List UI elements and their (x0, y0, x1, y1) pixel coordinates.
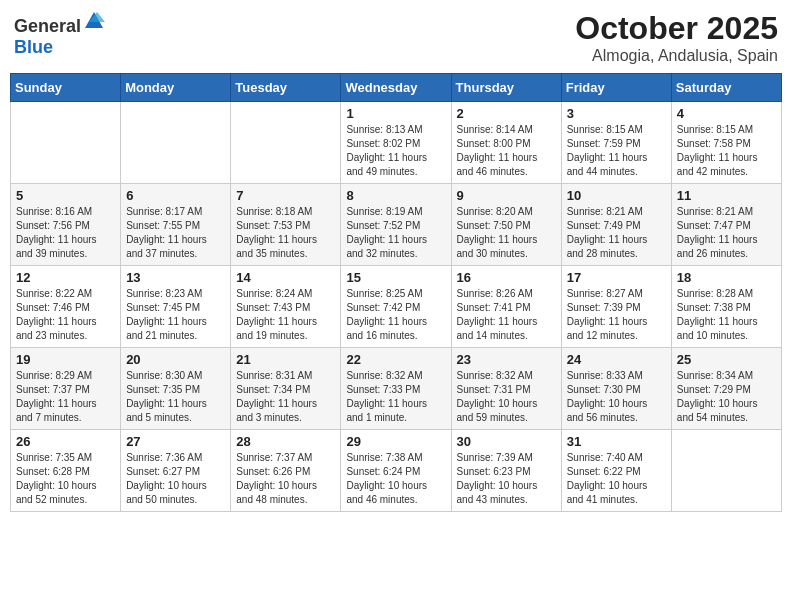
day-detail: Sunrise: 7:35 AMSunset: 6:28 PMDaylight:… (16, 451, 115, 507)
calendar-cell: 6Sunrise: 8:17 AMSunset: 7:55 PMDaylight… (121, 184, 231, 266)
calendar-week-row: 19Sunrise: 8:29 AMSunset: 7:37 PMDayligh… (11, 348, 782, 430)
day-detail: Sunrise: 8:21 AMSunset: 7:47 PMDaylight:… (677, 205, 776, 261)
calendar-week-row: 12Sunrise: 8:22 AMSunset: 7:46 PMDayligh… (11, 266, 782, 348)
calendar-cell: 17Sunrise: 8:27 AMSunset: 7:39 PMDayligh… (561, 266, 671, 348)
calendar-cell: 27Sunrise: 7:36 AMSunset: 6:27 PMDayligh… (121, 430, 231, 512)
day-number: 28 (236, 434, 335, 449)
day-detail: Sunrise: 8:32 AMSunset: 7:33 PMDaylight:… (346, 369, 445, 425)
day-detail: Sunrise: 8:33 AMSunset: 7:30 PMDaylight:… (567, 369, 666, 425)
calendar-cell: 24Sunrise: 8:33 AMSunset: 7:30 PMDayligh… (561, 348, 671, 430)
day-detail: Sunrise: 8:25 AMSunset: 7:42 PMDaylight:… (346, 287, 445, 343)
day-detail: Sunrise: 8:26 AMSunset: 7:41 PMDaylight:… (457, 287, 556, 343)
calendar-cell: 29Sunrise: 7:38 AMSunset: 6:24 PMDayligh… (341, 430, 451, 512)
calendar-cell (11, 102, 121, 184)
month-title: October 2025 (575, 10, 778, 47)
calendar-cell: 11Sunrise: 8:21 AMSunset: 7:47 PMDayligh… (671, 184, 781, 266)
calendar-cell: 1Sunrise: 8:13 AMSunset: 8:02 PMDaylight… (341, 102, 451, 184)
day-number: 20 (126, 352, 225, 367)
calendar-cell: 18Sunrise: 8:28 AMSunset: 7:38 PMDayligh… (671, 266, 781, 348)
day-number: 25 (677, 352, 776, 367)
day-of-week-header: Tuesday (231, 74, 341, 102)
day-detail: Sunrise: 7:38 AMSunset: 6:24 PMDaylight:… (346, 451, 445, 507)
logo-general: General (14, 16, 81, 36)
title-block: October 2025 Almogia, Andalusia, Spain (575, 10, 778, 65)
calendar-cell: 10Sunrise: 8:21 AMSunset: 7:49 PMDayligh… (561, 184, 671, 266)
calendar-table: SundayMondayTuesdayWednesdayThursdayFrid… (10, 73, 782, 512)
day-detail: Sunrise: 7:37 AMSunset: 6:26 PMDaylight:… (236, 451, 335, 507)
day-detail: Sunrise: 7:36 AMSunset: 6:27 PMDaylight:… (126, 451, 225, 507)
day-of-week-header: Monday (121, 74, 231, 102)
calendar-week-row: 26Sunrise: 7:35 AMSunset: 6:28 PMDayligh… (11, 430, 782, 512)
day-detail: Sunrise: 8:19 AMSunset: 7:52 PMDaylight:… (346, 205, 445, 261)
day-detail: Sunrise: 8:28 AMSunset: 7:38 PMDaylight:… (677, 287, 776, 343)
calendar-cell: 3Sunrise: 8:15 AMSunset: 7:59 PMDaylight… (561, 102, 671, 184)
day-detail: Sunrise: 8:15 AMSunset: 7:59 PMDaylight:… (567, 123, 666, 179)
day-detail: Sunrise: 7:39 AMSunset: 6:23 PMDaylight:… (457, 451, 556, 507)
day-number: 3 (567, 106, 666, 121)
calendar-cell (671, 430, 781, 512)
day-detail: Sunrise: 8:16 AMSunset: 7:56 PMDaylight:… (16, 205, 115, 261)
calendar-cell: 30Sunrise: 7:39 AMSunset: 6:23 PMDayligh… (451, 430, 561, 512)
day-detail: Sunrise: 8:27 AMSunset: 7:39 PMDaylight:… (567, 287, 666, 343)
day-detail: Sunrise: 8:20 AMSunset: 7:50 PMDaylight:… (457, 205, 556, 261)
calendar-body: 1Sunrise: 8:13 AMSunset: 8:02 PMDaylight… (11, 102, 782, 512)
calendar-week-row: 1Sunrise: 8:13 AMSunset: 8:02 PMDaylight… (11, 102, 782, 184)
calendar-cell: 20Sunrise: 8:30 AMSunset: 7:35 PMDayligh… (121, 348, 231, 430)
day-number: 27 (126, 434, 225, 449)
day-number: 16 (457, 270, 556, 285)
day-number: 6 (126, 188, 225, 203)
calendar-cell: 4Sunrise: 8:15 AMSunset: 7:58 PMDaylight… (671, 102, 781, 184)
day-of-week-header: Thursday (451, 74, 561, 102)
day-number: 24 (567, 352, 666, 367)
day-number: 1 (346, 106, 445, 121)
day-detail: Sunrise: 7:40 AMSunset: 6:22 PMDaylight:… (567, 451, 666, 507)
day-number: 5 (16, 188, 115, 203)
calendar-cell: 14Sunrise: 8:24 AMSunset: 7:43 PMDayligh… (231, 266, 341, 348)
day-detail: Sunrise: 8:17 AMSunset: 7:55 PMDaylight:… (126, 205, 225, 261)
logo-text: General Blue (14, 10, 105, 58)
calendar-cell: 19Sunrise: 8:29 AMSunset: 7:37 PMDayligh… (11, 348, 121, 430)
day-number: 8 (346, 188, 445, 203)
day-number: 22 (346, 352, 445, 367)
day-number: 19 (16, 352, 115, 367)
day-number: 26 (16, 434, 115, 449)
day-of-week-header: Friday (561, 74, 671, 102)
logo-blue: Blue (14, 37, 53, 57)
day-detail: Sunrise: 8:24 AMSunset: 7:43 PMDaylight:… (236, 287, 335, 343)
calendar-header-row: SundayMondayTuesdayWednesdayThursdayFrid… (11, 74, 782, 102)
day-detail: Sunrise: 8:18 AMSunset: 7:53 PMDaylight:… (236, 205, 335, 261)
day-number: 31 (567, 434, 666, 449)
calendar-cell: 22Sunrise: 8:32 AMSunset: 7:33 PMDayligh… (341, 348, 451, 430)
day-number: 23 (457, 352, 556, 367)
logo-icon (83, 10, 105, 32)
day-detail: Sunrise: 8:14 AMSunset: 8:00 PMDaylight:… (457, 123, 556, 179)
day-detail: Sunrise: 8:21 AMSunset: 7:49 PMDaylight:… (567, 205, 666, 261)
calendar-cell: 28Sunrise: 7:37 AMSunset: 6:26 PMDayligh… (231, 430, 341, 512)
calendar-week-row: 5Sunrise: 8:16 AMSunset: 7:56 PMDaylight… (11, 184, 782, 266)
calendar-cell: 5Sunrise: 8:16 AMSunset: 7:56 PMDaylight… (11, 184, 121, 266)
logo: General Blue (14, 10, 105, 58)
day-number: 7 (236, 188, 335, 203)
page-header: General Blue October 2025 Almogia, Andal… (10, 10, 782, 65)
calendar-cell: 31Sunrise: 7:40 AMSunset: 6:22 PMDayligh… (561, 430, 671, 512)
calendar-cell: 8Sunrise: 8:19 AMSunset: 7:52 PMDaylight… (341, 184, 451, 266)
day-detail: Sunrise: 8:15 AMSunset: 7:58 PMDaylight:… (677, 123, 776, 179)
day-number: 15 (346, 270, 445, 285)
day-number: 4 (677, 106, 776, 121)
day-number: 13 (126, 270, 225, 285)
calendar-cell: 26Sunrise: 7:35 AMSunset: 6:28 PMDayligh… (11, 430, 121, 512)
calendar-cell: 2Sunrise: 8:14 AMSunset: 8:00 PMDaylight… (451, 102, 561, 184)
day-number: 18 (677, 270, 776, 285)
day-number: 2 (457, 106, 556, 121)
day-detail: Sunrise: 8:32 AMSunset: 7:31 PMDaylight:… (457, 369, 556, 425)
day-of-week-header: Saturday (671, 74, 781, 102)
day-detail: Sunrise: 8:34 AMSunset: 7:29 PMDaylight:… (677, 369, 776, 425)
day-number: 10 (567, 188, 666, 203)
day-number: 30 (457, 434, 556, 449)
calendar-cell: 12Sunrise: 8:22 AMSunset: 7:46 PMDayligh… (11, 266, 121, 348)
calendar-cell: 9Sunrise: 8:20 AMSunset: 7:50 PMDaylight… (451, 184, 561, 266)
day-number: 17 (567, 270, 666, 285)
day-number: 21 (236, 352, 335, 367)
calendar-cell: 25Sunrise: 8:34 AMSunset: 7:29 PMDayligh… (671, 348, 781, 430)
calendar-cell: 16Sunrise: 8:26 AMSunset: 7:41 PMDayligh… (451, 266, 561, 348)
